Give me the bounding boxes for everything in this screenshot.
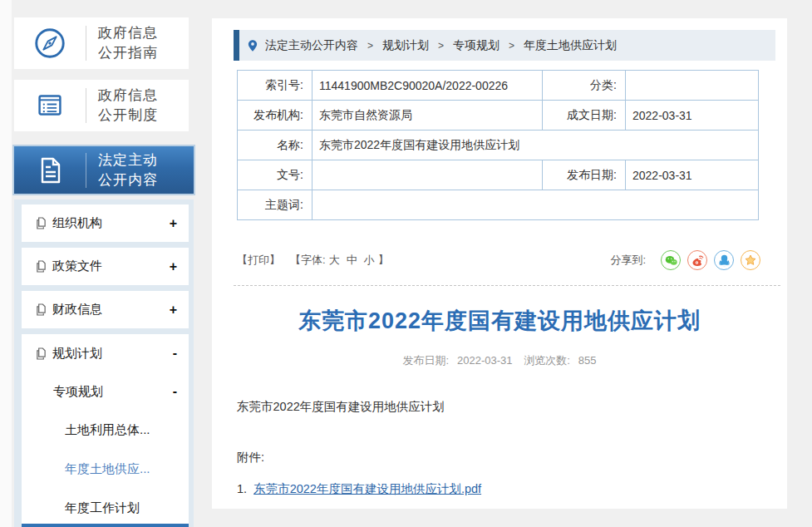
index-number-label: 索引号: — [238, 71, 312, 101]
publisher-value: 东莞市自然资源局 — [312, 101, 543, 131]
views-count: 855 — [578, 354, 597, 367]
views-label: 浏览次数: — [524, 354, 570, 367]
page-title: 东莞市2022年度国有建设用地供应计划 — [229, 306, 770, 336]
sidebar-item-info-disclosure-system[interactable]: 政府信息 公开制度 — [14, 80, 189, 131]
page-icon — [36, 260, 47, 273]
sidebar-item-label: 政府信息 公开制度 — [98, 86, 158, 126]
written-date-label: 成文日期: — [543, 101, 626, 131]
submenu-item-label: 土地利用总体... — [65, 422, 150, 438]
left-edge-strip — [0, 0, 12, 527]
index-number-value: 11441900MB2C90020A/2022-00226 — [312, 71, 543, 101]
page: 政府信息 公开指南 政府信息 公开制度 — [0, 0, 812, 527]
divider — [86, 26, 86, 61]
category-label: 分类: — [543, 71, 626, 101]
publish-date-value: 2022-03-31 — [626, 160, 759, 190]
toolbar: 【打印】 【字体: 大 中 小 】 分享到: — [237, 250, 760, 270]
sidebar-item-annual-work-plan[interactable]: 年度工作计划 — [22, 489, 189, 527]
breadcrumb-link-special-planning[interactable]: 专项规划 — [453, 38, 500, 53]
sidebar-item-info-disclosure-guide[interactable]: 政府信息 公开指南 — [14, 17, 189, 69]
submenu-item-label: 专项规划 — [53, 384, 103, 400]
page-icon — [36, 347, 47, 360]
main-content-panel: 法定主动公开内容 > 规划计划 > 专项规划 > 年度土地供应计划 索引号: 1… — [212, 18, 787, 509]
sidebar-item-land-use-master-plan[interactable]: 土地利用总体... — [22, 411, 189, 450]
table-row: 主题词: — [238, 190, 759, 220]
sidebar-item-financial-info[interactable]: 财政信息 + — [22, 291, 189, 328]
font-size-medium-button[interactable]: 中 — [347, 253, 357, 268]
menu-item-label: 规划计划 — [52, 346, 102, 362]
page-icon — [36, 303, 47, 316]
sidebar-item-label: 法定主动 公开内容 — [98, 150, 158, 190]
sidebar-item-annual-land-supply[interactable]: 年度土地供应... — [22, 450, 189, 489]
breadcrumb-link-planning[interactable]: 规划计划 — [382, 38, 429, 53]
expand-toggle[interactable]: + — [170, 259, 177, 274]
publisher-label: 发布机构: — [238, 101, 312, 131]
sidebar-item-organization[interactable]: 组织机构 + — [22, 204, 189, 242]
keywords-label: 主题词: — [238, 190, 312, 220]
breadcrumb-separator: > — [438, 40, 444, 52]
menu-item-label: 组织机构 — [52, 215, 102, 231]
weibo-share-icon[interactable] — [687, 250, 707, 270]
document-icon — [14, 152, 86, 189]
divider — [86, 88, 86, 123]
menu-item-label: 政策文件 — [52, 259, 102, 274]
print-button[interactable]: 【打印】 — [237, 253, 280, 268]
table-row: 名称: 东莞市2022年度国有建设用地供应计划 — [238, 131, 759, 160]
sidebar-item-planning[interactable]: 规划计划 - — [22, 334, 189, 372]
publish-date: 2022-03-31 — [457, 354, 513, 367]
share-bar: 分享到: — [610, 250, 760, 270]
sidebar-item-legal-active-disclosure[interactable]: 法定主动 公开内容 — [12, 145, 195, 195]
submenu-item-label: 年度土地供应... — [65, 461, 150, 477]
sidebar-item-policy-documents[interactable]: 政策文件 + — [22, 248, 189, 285]
table-row: 索引号: 11441900MB2C90020A/2022-00226 分类: — [238, 71, 759, 101]
attachment-list-item: 1. 东莞市2022年度国有建设用地供应计划.pdf — [237, 481, 762, 497]
document-info-table: 索引号: 11441900MB2C90020A/2022-00226 分类: 发… — [237, 70, 759, 220]
publish-date-label: 发布日期: — [402, 354, 449, 367]
font-size-prefix: 【字体: — [290, 253, 326, 268]
compass-icon — [14, 26, 86, 61]
submenu-item-label: 年度工作计划 — [65, 500, 140, 516]
breadcrumb-separator: > — [509, 40, 514, 52]
name-value: 东莞市2022年度国有建设用地供应计划 — [312, 131, 759, 160]
qq-share-icon[interactable] — [714, 250, 734, 270]
table-row: 发布机构: 东莞市自然资源局 成文日期: 2022-03-31 — [238, 101, 759, 131]
breadcrumb-link-annual-land-supply[interactable]: 年度土地供应计划 — [524, 38, 617, 53]
page-icon — [36, 217, 47, 229]
toolbar-left: 【打印】 【字体: 大 中 小 】 — [237, 253, 389, 268]
location-pin-icon — [248, 39, 258, 52]
label-line1: 法定主动 — [98, 152, 158, 168]
label-line1: 政府信息 — [98, 25, 158, 41]
attachments-label: 附件: — [237, 450, 762, 465]
favorite-star-icon[interactable] — [741, 250, 760, 270]
rules-book-icon — [14, 88, 86, 123]
breadcrumb-separator: > — [367, 40, 373, 52]
label-line1: 政府信息 — [98, 87, 158, 103]
sidebar-item-special-planning[interactable]: 专项规划 - — [22, 372, 189, 411]
label-line2: 公开指南 — [98, 45, 158, 61]
article-meta: 发布日期:2022-03-31 浏览次数:855 — [212, 353, 787, 368]
expand-toggle[interactable]: + — [170, 303, 177, 318]
menu-item-label: 财政信息 — [52, 302, 102, 318]
expand-toggle[interactable]: + — [170, 216, 177, 231]
collapse-toggle[interactable]: - — [173, 346, 177, 361]
article-body-text: 东莞市2022年度国有建设用地供应计划 — [237, 399, 762, 415]
doc-number-value — [312, 160, 543, 190]
attachment-pdf-link[interactable]: 东莞市2022年度国有建设用地供应计划.pdf — [253, 482, 481, 495]
name-label: 名称: — [238, 131, 312, 160]
font-size-small-button[interactable]: 小 — [364, 253, 375, 268]
font-size-large-button[interactable]: 大 — [329, 253, 340, 268]
wechat-share-icon[interactable] — [661, 250, 681, 270]
label-line2: 公开内容 — [98, 172, 158, 188]
share-label: 分享到: — [610, 253, 646, 268]
attachment-index: 1. — [237, 482, 247, 495]
written-date-value: 2022-03-31 — [626, 101, 759, 131]
table-row: 文号: 发布日期: 2022-03-31 — [238, 160, 759, 190]
collapse-toggle[interactable]: - — [173, 384, 177, 399]
publish-date-label: 发布日期: — [543, 160, 626, 190]
category-value — [626, 71, 759, 101]
sidebar-group-planning: 规划计划 - 专项规划 - 土地利用总体... 年度土地供应... 年度工作计划 — [22, 334, 189, 527]
breadcrumb-link-legal-disclosure[interactable]: 法定主动公开内容 — [265, 38, 358, 53]
group-bottom-bar — [22, 524, 189, 527]
keywords-value — [312, 190, 759, 220]
sidebar: 政府信息 公开指南 政府信息 公开制度 — [14, 0, 194, 527]
label-line2: 公开制度 — [98, 107, 158, 123]
